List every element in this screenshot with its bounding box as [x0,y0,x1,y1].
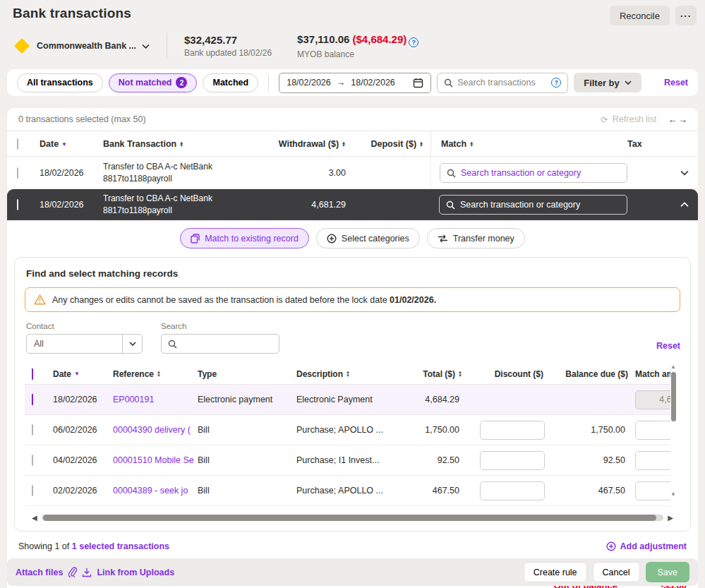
matching-records-table: Date▼ Reference▲▼ Type Description▲▼ Tot… [25,364,670,506]
column-resize-icon[interactable]: ← → [668,114,687,125]
scrollbar-thumb[interactable] [43,515,657,521]
record-total: 467.50 [402,486,469,496]
match-search-box[interactable]: Search transaction or category [439,195,627,215]
scroll-right-arrow[interactable]: ▶ [668,514,673,522]
attach-files-link[interactable]: Attach files [16,568,63,577]
reset-match-filters-link[interactable]: Reset [656,341,680,351]
record-reference-link[interactable]: 00004389 - seek jo [113,486,198,496]
match-amount-input[interactable] [635,481,670,500]
tab-not-matched[interactable]: Not matched 2 [109,73,198,92]
discount-input[interactable] [480,481,545,500]
transaction-row-expanded[interactable]: 18/02/2026 Transfer to CBA A-c NetBank88… [7,189,698,220]
vertical-scrollbar[interactable]: ▲ ▼ [670,364,677,496]
record-type: Bill [198,455,296,465]
record-checkbox[interactable] [32,424,33,436]
contact-select[interactable]: All [26,334,143,354]
bank-account-selector[interactable]: Commonwealth Bank ... [13,37,150,55]
col-description[interactable]: Description▲▼ [296,369,402,379]
scroll-up-arrow[interactable]: ▲ [670,364,676,370]
out-of-balance-amount: ($4,684.29) [353,33,407,45]
download-icon [82,568,92,577]
col-match[interactable]: Match▲▼ [430,131,627,157]
row-checkbox[interactable] [17,199,18,210]
account-name: Commonwealth Bank ... [37,41,136,51]
match-search-placeholder: Search transaction or category [461,168,581,178]
record-search-input[interactable] [181,339,272,349]
sort-icon: ▲▼ [469,141,474,148]
more-options-button[interactable]: ··· [675,6,697,25]
record-checkbox[interactable] [32,485,33,496]
scroll-down-arrow[interactable]: ▼ [670,491,676,498]
search-transactions-box: ? [437,73,568,93]
refresh-list-button[interactable]: ⟳ Refresh list [601,114,656,125]
tx-withdrawal: 4,681.29 [247,200,353,210]
chevron-down-icon [142,44,150,49]
match-amount-input[interactable] [635,421,670,440]
col-tax: Tax [627,139,667,149]
col-total[interactable]: Total ($)▲▼ [402,369,469,379]
match-search-box[interactable]: Search transaction or category [440,163,627,183]
col-withdrawal[interactable]: Withdrawal ($)▲▼ [247,139,353,149]
record-reference-link[interactable]: 00004390 delivery ( [113,425,198,435]
reconcile-button[interactable]: Reconcile [610,6,670,25]
save-button[interactable]: Save [646,562,690,582]
search-label: Search [161,322,279,330]
match-amount-input[interactable] [635,451,670,470]
match-to-existing-record-button[interactable]: Match to existing record [180,228,309,248]
select-all-checkbox[interactable] [17,138,18,150]
col-deposit[interactable]: Deposit ($)▲▼ [353,139,430,149]
col-date[interactable]: Date▼ [40,139,103,149]
record-row[interactable]: 06/02/2026 00004390 delivery ( Bill Purc… [25,415,670,445]
record-row[interactable]: 02/02/2026 00004389 - seek jo Bill Purch… [25,476,670,506]
transaction-row[interactable]: 18/02/2026 Transfer to CBA A-c NetBank88… [7,157,698,189]
select-all-records-checkbox[interactable] [32,368,33,380]
help-icon[interactable]: ? [409,37,418,47]
tab-all-transactions[interactable]: All transactions [17,73,103,92]
tx-description: Transfer to CBA A-c NetBank8817to1188pay… [103,193,247,217]
sort-icon: ▲▼ [419,141,423,148]
record-reference-link[interactable]: 00001510 Mobile Se [113,455,198,465]
record-row[interactable]: 04/02/2026 00001510 Mobile Se Bill Purch… [25,445,670,476]
tab-matched[interactable]: Matched [203,73,258,92]
discount-input[interactable] [480,421,545,440]
record-checkbox[interactable] [32,394,33,405]
contact-selected-value: All [27,339,122,349]
discount-input[interactable] [480,451,545,470]
date-range-picker[interactable]: 18/02/2026 → 18/02/2026 [279,73,431,93]
record-type: Bill [198,425,296,435]
reset-filters-link[interactable]: Reset [664,78,688,88]
expand-chevron-down-icon[interactable] [671,170,698,176]
record-row[interactable]: 18/02/2026 EP000191 Electronic payment E… [25,385,670,415]
selected-transactions-link[interactable]: 1 selected transactions [72,541,169,551]
scrollbar-thumb[interactable] [671,372,676,421]
row-checkbox[interactable] [17,167,18,179]
scroll-left-arrow[interactable]: ◀ [32,514,37,522]
link-from-uploads-link[interactable]: Link from Uploads [97,568,174,577]
add-adjustment-link[interactable]: Add adjustment [620,541,687,551]
record-reference-link[interactable]: EP000191 [113,395,198,404]
transactions-card: 0 transactions selected (max 50) ⟳ Refre… [7,108,698,588]
bank-transactions-page: Bank transactions Reconcile ··· Commonwe… [0,0,705,588]
horizontal-scrollbar[interactable]: ◀ ▶ [32,508,673,527]
filter-by-button[interactable]: Filter by [574,73,641,92]
sort-desc-icon: ▼ [74,371,80,377]
col-reference[interactable]: Reference▲▼ [113,369,198,379]
record-checkbox[interactable] [32,455,33,466]
col-bank-transaction[interactable]: Bank Transaction▲▼ [103,139,247,149]
chevron-down-icon [625,80,632,85]
search-help-icon[interactable]: ? [551,78,561,88]
cancel-button[interactable]: Cancel [593,562,640,582]
scrollbar-track[interactable] [42,515,664,521]
search-icon [447,169,456,178]
select-categories-button[interactable]: Select categories [316,228,420,248]
match-search-placeholder: Search transaction or category [460,200,580,210]
col-date[interactable]: Date▼ [53,369,113,379]
sort-desc-icon: ▼ [61,141,67,148]
collapse-chevron-up-icon[interactable] [671,202,698,208]
plus-circle-icon [606,541,616,551]
titlebar-actions: Reconcile ··· [610,6,697,25]
search-transactions-input[interactable] [457,78,545,88]
transfer-money-button[interactable]: Transfer money [427,228,525,248]
account-bar: Commonwealth Bank ... $32,425.77 Bank up… [0,25,705,68]
create-rule-button[interactable]: Create rule [524,562,587,582]
